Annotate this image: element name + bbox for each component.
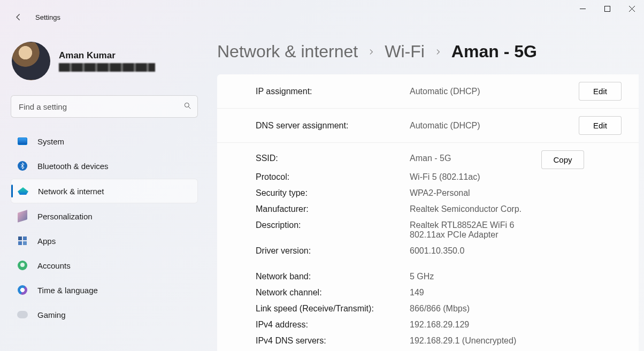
minimize-button[interactable] bbox=[570, 0, 595, 17]
avatar bbox=[12, 42, 50, 80]
detail-value: 866/866 (Mbps) bbox=[410, 301, 537, 317]
search-wrap bbox=[11, 95, 198, 118]
profile-email-redacted bbox=[59, 63, 155, 72]
breadcrumb: Network & internet Wi-Fi Aman - 5G bbox=[217, 42, 639, 62]
nav-label: Apps bbox=[37, 236, 56, 246]
detail-label: SSID: bbox=[256, 150, 405, 169]
detail-label: Protocol: bbox=[256, 169, 405, 185]
detail-value: Wi-Fi 5 (802.11ac) bbox=[410, 169, 537, 185]
profile-name: Aman Kumar bbox=[59, 50, 155, 61]
back-button[interactable] bbox=[9, 7, 28, 27]
gamepad-icon bbox=[17, 309, 28, 320]
detail-value: Aman - 5G bbox=[410, 150, 537, 169]
detail-value: 192.168.29.129 bbox=[410, 317, 537, 333]
profile-section[interactable]: Aman Kumar bbox=[11, 42, 198, 80]
crumb-network[interactable]: Network & internet bbox=[217, 42, 358, 62]
bluetooth-icon bbox=[17, 161, 28, 171]
row-value: Automatic (DHCP) bbox=[410, 121, 537, 131]
nav-label: Accounts bbox=[37, 261, 71, 270]
row-label: IP assignment: bbox=[256, 87, 405, 96]
row-label: DNS server assignment: bbox=[256, 121, 405, 131]
detail-value: 5 GHz bbox=[410, 269, 537, 285]
nav-time[interactable]: Time & language bbox=[11, 278, 198, 302]
detail-value: Realtek Semiconductor Corp. bbox=[410, 201, 537, 217]
monitor-icon bbox=[17, 136, 28, 147]
nav-network[interactable]: Network & internet bbox=[11, 179, 198, 203]
detail-value: 192.168.29.1 (Unencrypted) bbox=[410, 333, 537, 349]
edit-dns-button[interactable]: Edit bbox=[579, 116, 622, 135]
detail-value: Realtek RTL8852AE WiFi 6 802.11ax PCIe A… bbox=[410, 217, 537, 243]
detail-value: 149 bbox=[410, 285, 537, 301]
nav-accounts[interactable]: Accounts bbox=[11, 254, 198, 277]
nav-label: Network & internet bbox=[38, 187, 104, 196]
app-title: Settings bbox=[35, 13, 60, 21]
detail-label: Driver version: bbox=[256, 243, 405, 259]
search-input[interactable] bbox=[11, 95, 198, 118]
nav-system[interactable]: System bbox=[11, 129, 198, 153]
copy-button[interactable]: Copy bbox=[541, 150, 584, 169]
nav-label: Bluetooth & devices bbox=[37, 162, 109, 171]
settings-panel: IP assignment: Automatic (DHCP) Edit DNS… bbox=[217, 74, 639, 351]
detail-value: WPA2-Personal bbox=[410, 185, 537, 201]
maximize-button[interactable] bbox=[595, 0, 619, 17]
nav-label: System bbox=[37, 137, 64, 146]
crumb-wifi[interactable]: Wi-Fi bbox=[385, 42, 425, 62]
content: Network & internet Wi-Fi Aman - 5G IP as… bbox=[209, 27, 644, 351]
detail-label: Network channel: bbox=[256, 285, 405, 301]
nav-label: Time & language bbox=[37, 286, 98, 295]
detail-label: Link speed (Receive/Transmit): bbox=[256, 301, 405, 317]
detail-label: Security type: bbox=[256, 185, 405, 201]
detail-value: 6001.10.350.0 bbox=[410, 243, 537, 259]
edit-ip-button[interactable]: Edit bbox=[579, 82, 622, 101]
chevron-right-icon bbox=[434, 48, 442, 56]
title-bar: Settings bbox=[0, 0, 644, 27]
row-dns-assignment: DNS server assignment: Automatic (DHCP) … bbox=[217, 108, 639, 142]
detail-label: Manufacturer: bbox=[256, 201, 405, 217]
network-details: SSID: Aman - 5G Copy Protocol: Wi-Fi 5 (… bbox=[217, 142, 639, 351]
row-ip-assignment: IP assignment: Automatic (DHCP) Edit bbox=[217, 74, 639, 108]
clock-globe-icon bbox=[17, 285, 28, 295]
nav-personalization[interactable]: Personalization bbox=[11, 204, 198, 228]
detail-label: Description: bbox=[256, 217, 405, 243]
nav-label: Personalization bbox=[37, 212, 93, 221]
nav-label: Gaming bbox=[37, 310, 66, 319]
chevron-right-icon bbox=[367, 48, 375, 56]
detail-label: Network band: bbox=[256, 269, 405, 285]
window-controls bbox=[570, 0, 644, 17]
detail-label: IPv4 address: bbox=[256, 317, 405, 333]
brush-icon bbox=[17, 211, 28, 222]
nav-apps[interactable]: Apps bbox=[11, 229, 198, 253]
wifi-icon bbox=[18, 186, 28, 196]
detail-label: IPv4 DNS servers: bbox=[256, 333, 405, 349]
nav-bluetooth[interactable]: Bluetooth & devices bbox=[11, 154, 198, 178]
sidebar: Aman Kumar System Bluetooth & devices Ne… bbox=[0, 27, 209, 351]
svg-rect-1 bbox=[604, 6, 610, 11]
row-value: Automatic (DHCP) bbox=[410, 87, 537, 96]
nav-gaming[interactable]: Gaming bbox=[11, 303, 198, 326]
apps-icon bbox=[17, 235, 28, 246]
close-button[interactable] bbox=[619, 0, 644, 17]
person-icon bbox=[17, 260, 28, 271]
crumb-current: Aman - 5G bbox=[451, 42, 537, 62]
nav: System Bluetooth & devices Network & int… bbox=[11, 129, 198, 326]
